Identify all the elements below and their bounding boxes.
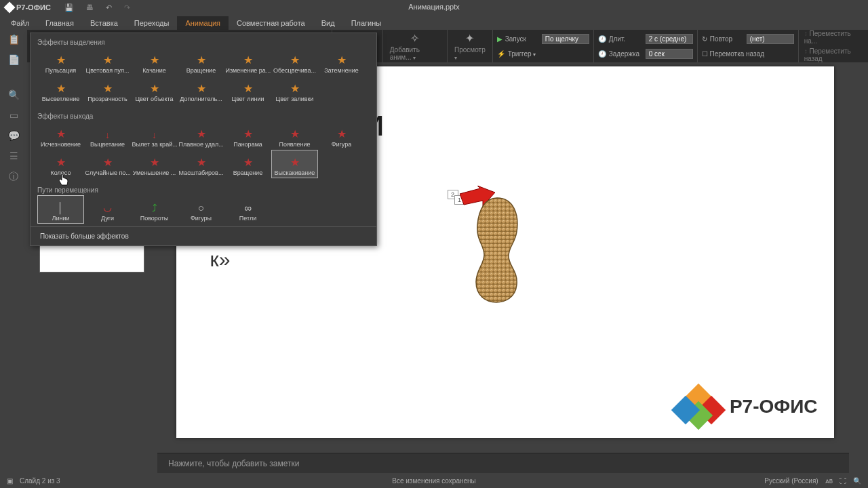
- fx-item-exit-7[interactable]: ★Колесо: [37, 150, 84, 178]
- fx-item-label: Повороты: [140, 215, 169, 222]
- duration-label: Длит.: [609, 35, 643, 43]
- fx-item-motion-2[interactable]: ⤴Повороты: [131, 195, 178, 224]
- star-icon: ★: [290, 157, 300, 168]
- print-icon[interactable]: 🖶: [86, 3, 94, 12]
- fx-item-exit-4[interactable]: ★Панорама: [224, 121, 271, 150]
- slide-logo: Р7-ОФИС: [674, 388, 818, 426]
- undo-icon[interactable]: ↶: [106, 3, 112, 12]
- timing-duration-group: 🕘 Длит. 2 с (средне) 🕘 Задержка 0 сек: [594, 30, 698, 62]
- fx-section-motion-title: Пути перемещения: [37, 184, 370, 195]
- fx-item-label: Высветление: [42, 96, 80, 102]
- fx-item-motion-1[interactable]: ◡Дуги: [84, 195, 131, 224]
- fx-item-label: Петли: [239, 215, 256, 222]
- save-icon[interactable]: 💾: [64, 3, 74, 12]
- right-sidebar-collapsed[interactable]: [849, 62, 868, 460]
- menu-view[interactable]: Вид: [313, 16, 343, 30]
- fx-item-label: Цвет линии: [232, 96, 264, 102]
- fx-item-label: Случайные по...: [85, 169, 130, 176]
- fx-item-emph-0[interactable]: ★Пульсация: [37, 47, 84, 76]
- outline-icon[interactable]: ☰: [9, 150, 18, 161]
- comments-icon[interactable]: 💬: [8, 130, 20, 141]
- motion-icon: │: [58, 202, 64, 214]
- menu-animation[interactable]: Анимация: [177, 16, 229, 30]
- duration-value[interactable]: 2 с (средне): [646, 34, 693, 44]
- fx-item-motion-3[interactable]: ○Фигуры: [178, 195, 224, 224]
- slides-panel-icon[interactable]: ▭: [9, 110, 18, 121]
- fx-item-emph-1[interactable]: ★Цветовая пул...: [84, 47, 131, 76]
- menu-plugins[interactable]: Плагины: [343, 16, 390, 30]
- language-indicator[interactable]: Русский (Россия): [764, 477, 818, 485]
- fx-item-exit-12[interactable]: ★Выскакивание: [271, 150, 318, 178]
- menu-collab[interactable]: Совместная работа: [229, 16, 313, 30]
- preview-label: Просмотр: [454, 46, 486, 61]
- fx-item-label: Уменьшение ...: [133, 169, 176, 176]
- spellcheck-icon[interactable]: ᴀв: [825, 477, 833, 485]
- move-earlier[interactable]: Переместить на...: [804, 30, 863, 45]
- trigger-label[interactable]: Триггер: [508, 50, 542, 58]
- fx-item-exit-11[interactable]: ★Вращение: [224, 150, 271, 178]
- copy-icon[interactable]: 📋: [8, 34, 20, 45]
- fx-item-exit-6[interactable]: ★Фигура: [318, 121, 365, 150]
- repeat-value[interactable]: (нет): [747, 34, 794, 44]
- star-icon: ↓: [105, 130, 110, 140]
- save-status: Все изменения сохранены: [392, 477, 475, 485]
- fx-item-emph-2[interactable]: ★Качание: [131, 47, 178, 76]
- menu-home[interactable]: Главная: [37, 16, 82, 30]
- notes-placeholder: Нажмите, чтобы добавить заметки: [168, 459, 299, 468]
- fx-section-exit-title: Эффекты выхода: [37, 110, 370, 121]
- fx-item-emph-8[interactable]: ★Прозрачность: [84, 76, 131, 104]
- fx-item-label: Линии: [52, 215, 70, 222]
- fx-item-motion-4[interactable]: ∞Петли: [224, 195, 271, 224]
- logo-diamonds-icon: [674, 388, 723, 426]
- slide-counter: Слайд 2 из 3: [20, 477, 60, 485]
- menu-insert[interactable]: Вставка: [82, 16, 126, 30]
- show-more-effects[interactable]: Показать больше эффектов: [31, 226, 376, 245]
- fx-item-exit-2[interactable]: ↓Вылет за край...: [131, 121, 178, 150]
- fx-item-emph-5[interactable]: ★Обесцвечива...: [271, 47, 318, 76]
- fx-item-emph-9[interactable]: ★Цвет объекта: [131, 76, 178, 104]
- fx-item-label: Колесо: [51, 169, 71, 176]
- menu-transitions[interactable]: Переходы: [126, 16, 178, 30]
- fx-item-emph-10[interactable]: ★Дополнитель...: [178, 76, 224, 104]
- add-animation-button[interactable]: ✧ Добавить аним...: [383, 30, 448, 62]
- fit-icon[interactable]: ⛶: [840, 477, 846, 485]
- fx-item-motion-0[interactable]: │Линии: [37, 195, 84, 224]
- zoom-icon[interactable]: 🔍: [853, 477, 861, 485]
- peanut-image[interactable]: [469, 195, 525, 304]
- fx-item-label: Прозрачность: [87, 96, 127, 102]
- fx-item-label: Вращение: [233, 169, 262, 176]
- notes-pane[interactable]: Нажмите, чтобы добавить заметки: [157, 453, 849, 473]
- fx-item-emph-11[interactable]: ★Цвет линии: [224, 76, 271, 104]
- fx-item-emph-4[interactable]: ★Изменение ра...: [224, 47, 271, 76]
- fx-item-label: Качание: [142, 67, 166, 74]
- redo-icon[interactable]: ↷: [124, 3, 130, 12]
- fx-item-emph-7[interactable]: ★Высветление: [37, 76, 84, 104]
- fx-item-exit-0[interactable]: ★Исчезновение: [37, 121, 84, 150]
- search-icon[interactable]: 🔍: [8, 89, 20, 100]
- fx-item-exit-8[interactable]: ★Случайные по...: [84, 150, 131, 178]
- start-value[interactable]: По щелчку: [542, 34, 589, 44]
- fx-item-exit-3[interactable]: ★Плавное удал...: [178, 121, 224, 150]
- fx-item-label: Вращение: [186, 67, 216, 74]
- rewind-checkbox[interactable]: Перемотка назад: [702, 50, 764, 58]
- presentation-mode-icon[interactable]: ▣: [7, 477, 13, 485]
- star-plus-icon: ✧: [410, 32, 419, 45]
- fx-item-emph-6[interactable]: ★Затемнение: [318, 47, 365, 76]
- fx-item-exit-10[interactable]: ★Масштабиров...: [178, 150, 224, 178]
- menu-file[interactable]: Файл: [3, 16, 37, 30]
- fx-item-exit-1[interactable]: ↓Выцветание: [84, 121, 131, 150]
- paste-icon[interactable]: 📄: [8, 54, 20, 65]
- delay-value[interactable]: 0 сек: [646, 49, 693, 59]
- star-icon: ★: [290, 129, 300, 140]
- fx-item-label: Выцветание: [90, 141, 125, 148]
- fx-item-exit-5[interactable]: ★Появление: [271, 121, 318, 150]
- slide-sub2-visible[interactable]: к»: [210, 248, 231, 271]
- fx-item-emph-3[interactable]: ★Вращение: [178, 47, 224, 76]
- play-icon: ▶: [497, 35, 502, 43]
- move-later[interactable]: Переместить назад: [804, 47, 863, 62]
- preview-button[interactable]: ✦ Просмотр: [448, 30, 493, 62]
- info-icon[interactable]: ⓘ: [9, 171, 18, 183]
- fx-item-emph-12[interactable]: ★Цвет заливки: [271, 76, 318, 104]
- star-icon: ★: [197, 55, 206, 66]
- fx-item-exit-9[interactable]: ★Уменьшение ...: [131, 150, 178, 178]
